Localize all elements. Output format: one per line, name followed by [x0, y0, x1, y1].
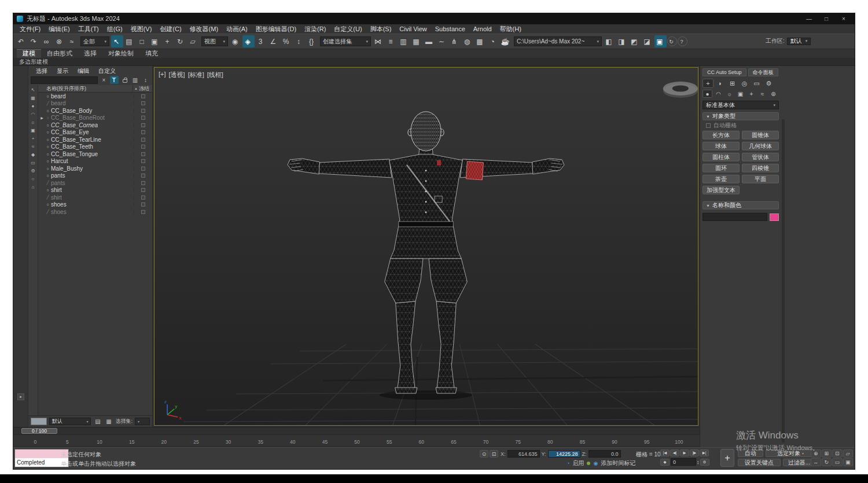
object-name[interactable]: beard: [51, 100, 134, 106]
frame-spinner[interactable]: ▴▾: [697, 460, 699, 464]
set-key-big-button[interactable]: +: [720, 449, 734, 467]
close-button[interactable]: ×: [836, 15, 851, 23]
object-name[interactable]: CC_Base_Body: [51, 108, 134, 114]
motion-tab-icon[interactable]: ◎: [739, 79, 750, 88]
object-name[interactable]: pants: [51, 172, 134, 179]
display-layers-icon[interactable]: ▦: [29, 94, 37, 102]
named-selection-sets-combo[interactable]: 创建选择集 ▾: [320, 36, 371, 46]
reference-coordinate-system-combo[interactable]: 视图 ▾: [201, 36, 228, 46]
list-item[interactable]: ╱ pants: [38, 179, 152, 187]
display-space-warps-icon[interactable]: ≈: [29, 143, 37, 150]
primitive-type-combo[interactable]: 标准基本体 ▾: [703, 101, 779, 109]
play-animation-button[interactable]: ▶: [680, 449, 689, 456]
pan-view-icon[interactable]: ↔: [811, 458, 821, 466]
orbit-icon[interactable]: ↻: [822, 458, 832, 466]
unlink-selection-icon[interactable]: ⊗: [54, 35, 66, 47]
tab-cc-auto-setup[interactable]: CC Auto Setup: [703, 68, 746, 76]
rendered-frame-window-icon[interactable]: ◔: [487, 35, 499, 47]
view-cube[interactable]: [663, 82, 698, 98]
menu-modifiers[interactable]: 修改器(M): [186, 24, 223, 34]
list-item[interactable]: ○ CC_Base_Eye: [38, 129, 152, 137]
shapes-category-icon[interactable]: ◠: [713, 90, 723, 98]
frozen-checkbox[interactable]: [141, 138, 145, 142]
display-geometry-icon[interactable]: ●: [29, 102, 37, 110]
utilities-tab-icon[interactable]: ⚙: [763, 79, 774, 88]
track-bar[interactable]: 0510152025303540455055606570758085909510…: [13, 434, 700, 447]
select-and-move-icon[interactable]: +: [162, 35, 174, 47]
render-setup-icon[interactable]: ▩: [475, 35, 487, 47]
object-name[interactable]: Harcut: [51, 158, 134, 164]
list-item[interactable]: ╱ beard: [38, 100, 152, 108]
toggle-ribbon-icon[interactable]: ▬: [424, 35, 436, 47]
ribbon-tab-freeform[interactable]: 自由形式: [41, 49, 78, 58]
object-name[interactable]: CC_Base_Cornea: [51, 122, 134, 128]
selection-set-combo[interactable]: ▾: [135, 418, 150, 425]
isolate-selection-toggle-icon[interactable]: ▣: [654, 35, 667, 47]
frozen-cell[interactable]: [134, 174, 152, 178]
display-cameras-icon[interactable]: ▣: [29, 127, 37, 134]
frozen-cell[interactable]: [134, 152, 152, 156]
lock-icon[interactable]: [120, 76, 129, 84]
enable-label[interactable]: 启用: [572, 459, 584, 467]
export-icon[interactable]: ◪: [642, 35, 654, 47]
frozen-checkbox[interactable]: [141, 159, 145, 163]
maximize-button[interactable]: □: [819, 15, 834, 23]
list-item[interactable]: ○ CC_Base_Tongue: [38, 150, 152, 158]
zoom-region-icon[interactable]: ▱: [843, 449, 854, 458]
help-center-icon[interactable]: ?: [678, 36, 687, 46]
object-name-field[interactable]: [703, 213, 767, 221]
cameras-category-icon[interactable]: ▣: [735, 90, 745, 98]
frozen-cell[interactable]: [134, 138, 152, 142]
list-item[interactable]: ╱ shoes: [38, 208, 152, 216]
object-name[interactable]: CC_Base_TearLine: [51, 137, 134, 143]
frozen-cell[interactable]: [134, 101, 152, 105]
ribbon-tab-modeling[interactable]: 建模: [17, 49, 41, 58]
viewport-render-style-menu[interactable]: [标准]: [188, 71, 204, 79]
frozen-checkbox[interactable]: [141, 152, 145, 156]
list-item[interactable]: ○ beard: [38, 93, 152, 100]
x-coordinate-field[interactable]: 614.635: [507, 450, 540, 458]
previous-frame-button[interactable]: ◀|: [670, 449, 679, 456]
time-slider[interactable]: 0 / 100: [13, 427, 700, 434]
create-tab-icon[interactable]: +: [703, 79, 713, 88]
list-item[interactable]: ○ CC_Base_TearLine: [38, 136, 152, 143]
ribbon-tab-populate[interactable]: 填充: [139, 49, 164, 58]
list-item[interactable]: ○ CC_Base_Cornea: [38, 121, 152, 129]
frozen-checkbox[interactable]: [141, 167, 145, 171]
geometry-category-icon[interactable]: ●: [703, 90, 712, 98]
display-systems-icon[interactable]: ⚙: [29, 167, 37, 175]
pyramid-button[interactable]: 四棱锥: [742, 164, 779, 172]
use-pivot-point-center-icon[interactable]: ◉: [230, 35, 242, 47]
frozen-cell[interactable]: [134, 181, 152, 185]
open-scene-icon[interactable]: ◧: [604, 35, 616, 47]
object-name[interactable]: shoes: [51, 209, 134, 215]
clear-search-icon[interactable]: ×: [100, 76, 108, 84]
explorer-menu-customize[interactable]: 自定义: [94, 67, 120, 75]
tab-command-panel[interactable]: 命令面板: [748, 68, 778, 76]
explorer-search-input[interactable]: [31, 76, 98, 84]
display-groups-icon[interactable]: ⌂: [29, 183, 37, 191]
rectangular-selection-region-icon[interactable]: □: [137, 35, 149, 47]
zoom-all-icon[interactable]: ⊞: [822, 449, 832, 458]
named-sets-icon[interactable]: ▤: [93, 418, 102, 426]
frozen-cell[interactable]: [134, 109, 152, 113]
explorer-menu-display[interactable]: 显示: [53, 67, 72, 75]
selected-objects-combo[interactable]: 选定对象 ▾: [766, 449, 815, 457]
display-containers-icon[interactable]: ▭: [29, 159, 37, 167]
rollout-scrollbar[interactable]: [782, 119, 785, 443]
frozen-checkbox[interactable]: [141, 109, 145, 113]
maximize-viewport-toggle-icon[interactable]: ▣: [843, 458, 854, 466]
display-shapes-icon[interactable]: ◠: [29, 110, 37, 118]
communication-center-icon[interactable]: ↻: [667, 36, 677, 46]
frozen-checkbox[interactable]: [141, 196, 145, 200]
isolate-selection-status-icon[interactable]: ⊙: [480, 450, 488, 458]
frozen-cell[interactable]: [134, 159, 152, 163]
frozen-cell[interactable]: [134, 202, 152, 207]
menu-customize[interactable]: 自定义(U): [330, 24, 366, 34]
undo-icon[interactable]: ↶: [16, 35, 28, 47]
frozen-checkbox[interactable]: [141, 123, 145, 127]
frozen-cell[interactable]: [134, 167, 152, 171]
viewport-shading-menu[interactable]: [线框]: [207, 71, 223, 79]
zoom-icon[interactable]: ⊕: [811, 449, 821, 458]
frozen-cell[interactable]: [134, 188, 152, 192]
